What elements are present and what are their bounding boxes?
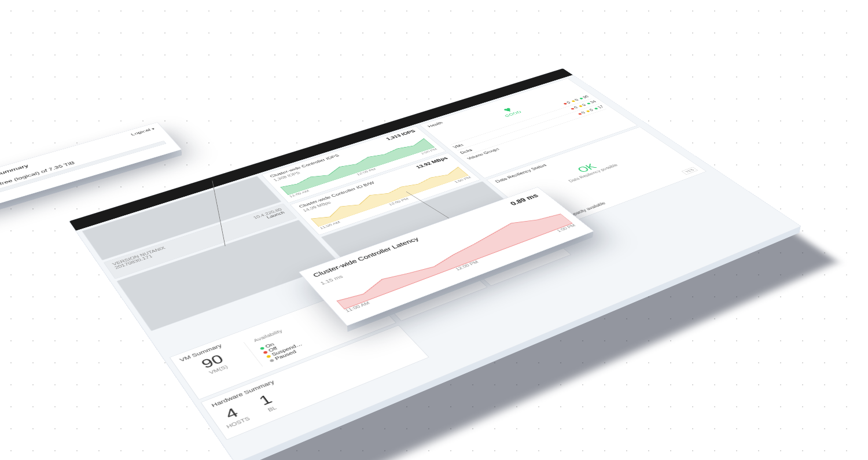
rebuild-yes: YES <box>681 167 698 174</box>
vm-unit: VM(S) <box>192 358 245 381</box>
avail-label: Availability <box>252 328 284 343</box>
version-value: 20170830.171 <box>114 249 168 270</box>
hw-title: Hardware Summary <box>210 330 399 408</box>
hw-blocks-label: BL <box>266 404 279 413</box>
hw-blocks: 1 <box>256 391 275 408</box>
vm-count: 90 <box>183 346 242 377</box>
hw-hosts: 4 <box>216 402 248 424</box>
version-label: VERSION NUTANIX <box>112 245 166 266</box>
hw-hosts-label: HOSTS <box>225 415 251 429</box>
